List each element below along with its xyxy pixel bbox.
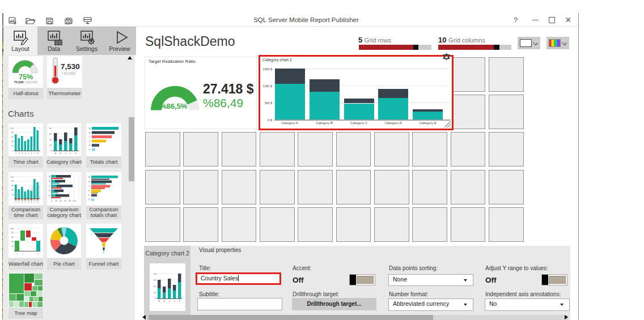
svg-text:6: 6 <box>31 152 32 155</box>
svg-text:0: 0 <box>12 150 14 152</box>
svg-text:80: 80 <box>154 279 156 281</box>
svg-text:A: A <box>49 176 50 178</box>
svg-text:20: 20 <box>11 145 14 147</box>
svg-text:2: 2 <box>19 201 20 203</box>
svg-text:D: D <box>88 190 90 192</box>
svg-text:60: 60 <box>11 236 14 238</box>
svg-text:40: 40 <box>154 291 156 294</box>
svg-text:100: 100 <box>10 127 14 130</box>
svg-text:100: 100 <box>153 272 157 275</box>
svg-text:F: F <box>89 149 91 151</box>
svg-text:0: 0 <box>154 297 156 300</box>
svg-text:2: 2 <box>19 152 20 155</box>
svg-text:8: 8 <box>37 152 39 155</box>
svg-text:B: B <box>89 132 91 134</box>
svg-text:5: 5 <box>28 201 29 203</box>
svg-text:80: 80 <box>69 200 71 202</box>
svg-text:C: C <box>88 185 90 187</box>
svg-text:D: D <box>89 140 91 143</box>
svg-text:E: E <box>88 194 90 197</box>
svg-text:+: + <box>16 253 18 255</box>
svg-text:D: D <box>70 152 72 155</box>
svg-text:40: 40 <box>11 241 14 243</box>
svg-text:C: C <box>49 185 50 187</box>
svg-text:60: 60 <box>11 185 14 187</box>
svg-text:5: 5 <box>28 152 29 155</box>
svg-text:E: E <box>89 144 91 147</box>
svg-text:60: 60 <box>49 133 52 135</box>
svg-text:C: C <box>89 136 91 138</box>
svg-text:80: 80 <box>11 131 14 134</box>
svg-text:D: D <box>174 300 176 302</box>
svg-text:A: A <box>88 176 90 178</box>
svg-text:80: 80 <box>49 127 52 130</box>
svg-text:E: E <box>49 195 50 197</box>
svg-text:60: 60 <box>64 200 66 202</box>
svg-text:1: 1 <box>15 201 16 203</box>
svg-text:20: 20 <box>49 144 52 147</box>
svg-text:8: 8 <box>37 201 39 203</box>
svg-text:A: A <box>159 300 160 302</box>
svg-text:20: 20 <box>11 245 14 248</box>
svg-text:E: E <box>179 300 181 302</box>
svg-text:F: F <box>88 199 90 201</box>
svg-text:C: C <box>65 152 67 155</box>
svg-text:4: 4 <box>25 152 26 155</box>
svg-text:+: + <box>22 253 24 255</box>
svg-text:40: 40 <box>11 140 14 143</box>
svg-text:-: - <box>33 253 35 255</box>
svg-text:4: 4 <box>25 201 26 203</box>
svg-text:3: 3 <box>22 201 23 203</box>
svg-text:7: 7 <box>34 201 35 203</box>
svg-text:20: 20 <box>11 194 14 196</box>
svg-text:0: 0 <box>51 200 52 202</box>
svg-text:B: B <box>88 181 90 183</box>
svg-text:A: A <box>89 127 91 130</box>
svg-text:40: 40 <box>11 189 14 191</box>
svg-text:6: 6 <box>31 201 32 203</box>
svg-text:40: 40 <box>49 139 52 141</box>
svg-text:40: 40 <box>60 200 62 202</box>
svg-text:80: 80 <box>11 180 14 182</box>
svg-text:B: B <box>60 152 62 155</box>
svg-text:=: = <box>37 253 39 255</box>
svg-text:7: 7 <box>34 152 35 155</box>
svg-text:100: 100 <box>10 228 14 230</box>
svg-text:60: 60 <box>154 285 156 288</box>
svg-text:E: E <box>75 152 77 155</box>
svg-text:3: 3 <box>22 152 23 155</box>
svg-text:1: 1 <box>15 152 16 155</box>
svg-text:-: - <box>28 253 29 255</box>
svg-text:60: 60 <box>11 136 14 138</box>
svg-text:B: B <box>49 180 50 182</box>
svg-text:100: 100 <box>10 176 14 178</box>
svg-text:D: D <box>49 190 50 192</box>
svg-text:0: 0 <box>50 150 52 152</box>
svg-text:A: A <box>55 152 57 155</box>
svg-text:C: C <box>169 300 171 302</box>
svg-text:80: 80 <box>11 232 14 234</box>
svg-text:20: 20 <box>55 200 57 202</box>
svg-text:B: B <box>164 300 166 302</box>
svg-text:100: 100 <box>73 200 76 202</box>
